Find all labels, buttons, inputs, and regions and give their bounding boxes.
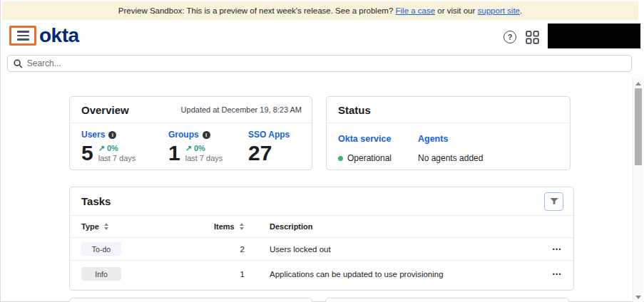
help-icon: ? bbox=[504, 31, 516, 43]
tasks-card: Tasks Type Items Description To-do 2 Use… bbox=[69, 187, 574, 291]
sso-apps-count: 27 bbox=[248, 142, 272, 165]
global-search[interactable] bbox=[7, 55, 632, 72]
groups-trend-period: last 7 days bbox=[185, 154, 223, 162]
users-trend-period: last 7 days bbox=[98, 154, 136, 162]
task-row: Info 1 Applications can be updated to us… bbox=[70, 260, 573, 287]
agents-column: Agents No agents added bbox=[418, 132, 483, 163]
sso-apps-link[interactable]: SSO Apps bbox=[248, 130, 290, 140]
tasks-title: Tasks bbox=[81, 195, 111, 207]
partial-card bbox=[69, 298, 312, 302]
task-type-badge: To-do bbox=[81, 242, 121, 256]
task-row-actions-button[interactable]: ⋯ bbox=[533, 244, 562, 254]
banner-text: or visit our bbox=[435, 6, 477, 15]
overview-card-header: Overview Updated at December 19, 8:23 AM bbox=[70, 97, 312, 123]
hamburger-icon bbox=[17, 31, 29, 41]
agents-status: No agents added bbox=[418, 153, 483, 163]
task-row-actions-button[interactable]: ⋯ bbox=[533, 269, 562, 279]
task-items-count: 1 bbox=[214, 270, 254, 278]
okta-logo[interactable]: okta bbox=[39, 25, 79, 46]
agents-link[interactable]: Agents bbox=[418, 134, 448, 144]
status-card: Status Okta service Operational Agents N… bbox=[326, 96, 571, 170]
info-icon[interactable]: i bbox=[108, 131, 116, 139]
type-column-header: Type bbox=[81, 222, 99, 231]
groups-link[interactable]: Groups bbox=[168, 130, 199, 140]
banner-text: . bbox=[520, 6, 522, 15]
okta-service-column: Okta service Operational bbox=[338, 132, 418, 163]
preview-banner: Preview Sandbox: This is a preview of ne… bbox=[2, 1, 638, 20]
apps-grid-icon bbox=[526, 31, 539, 44]
scroll-up-arrow[interactable] bbox=[633, 79, 643, 88]
redacted-account-info bbox=[548, 24, 640, 48]
overview-title: Overview bbox=[81, 104, 129, 116]
okta-service-status: Operational bbox=[347, 153, 392, 163]
groups-trend-pct: 0% bbox=[194, 144, 205, 152]
overview-card: Overview Updated at December 19, 8:23 AM… bbox=[69, 96, 312, 170]
main-menu-button[interactable] bbox=[9, 26, 36, 46]
tasks-filter-button[interactable] bbox=[544, 192, 563, 211]
trend-up-icon: ↗ bbox=[185, 144, 192, 152]
description-column-header: Description bbox=[254, 222, 533, 231]
groups-count: 1 bbox=[168, 142, 180, 165]
banner-text: Preview Sandbox: This is a preview of ne… bbox=[118, 6, 396, 15]
users-trend-pct: 0% bbox=[107, 144, 118, 152]
task-type-badge: Info bbox=[81, 267, 121, 281]
scroll-down-arrow[interactable] bbox=[633, 293, 643, 301]
search-input[interactable] bbox=[27, 58, 625, 68]
support-site-link[interactable]: support site bbox=[478, 6, 520, 15]
status-title: Status bbox=[338, 104, 371, 116]
users-count: 5 bbox=[81, 142, 93, 165]
items-column-header: Items bbox=[214, 222, 235, 231]
metric-users: Usersi 5 ↗ 0% last 7 days bbox=[81, 130, 168, 165]
vertical-scrollbar[interactable] bbox=[633, 78, 643, 302]
info-icon[interactable]: i bbox=[203, 131, 210, 139]
operational-status-dot bbox=[338, 156, 343, 161]
file-a-case-link[interactable]: File a case bbox=[396, 6, 436, 15]
tasks-table-header: Type Items Description bbox=[70, 216, 573, 237]
okta-service-link[interactable]: Okta service bbox=[338, 134, 391, 144]
search-icon bbox=[14, 59, 23, 68]
apps-grid-button[interactable] bbox=[526, 31, 539, 46]
sort-icon[interactable] bbox=[104, 223, 108, 230]
partial-card bbox=[325, 298, 569, 302]
task-row: To-do 2 Users locked out ⋯ bbox=[70, 237, 573, 260]
help-button[interactable]: ? bbox=[504, 31, 516, 43]
status-card-header: Status bbox=[327, 97, 570, 123]
trend-up-icon: ↗ bbox=[98, 144, 105, 152]
task-description: Users locked out bbox=[254, 245, 533, 254]
filter-funnel-icon bbox=[550, 197, 558, 205]
status-columns: Okta service Operational Agents No agent… bbox=[327, 123, 570, 163]
metric-groups: Groupsi 1 ↗ 0% last 7 days bbox=[168, 130, 248, 165]
tasks-card-header: Tasks bbox=[70, 187, 573, 216]
sort-icon[interactable] bbox=[240, 223, 244, 230]
overview-metrics: Usersi 5 ↗ 0% last 7 days Groupsi 1 ↗ 0%… bbox=[70, 123, 312, 165]
scrollbar-thumb[interactable] bbox=[635, 88, 642, 165]
metric-sso-apps: SSO Apps 27 bbox=[248, 130, 290, 165]
overview-updated-timestamp: Updated at December 19, 8:23 AM bbox=[181, 105, 302, 114]
task-items-count: 2 bbox=[214, 245, 254, 254]
users-link[interactable]: Users bbox=[81, 130, 105, 140]
task-description: Applications can be updated to use provi… bbox=[254, 270, 533, 278]
